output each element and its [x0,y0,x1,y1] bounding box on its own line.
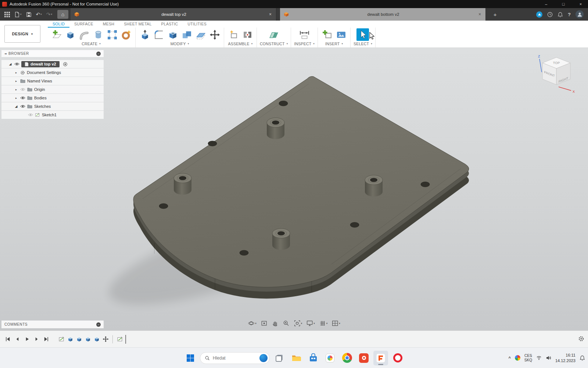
combine-button[interactable] [180,28,193,41]
browser-item-bodies[interactable]: ▸ Bodies [1,94,104,102]
comments-toggle-icon[interactable]: − [96,322,101,327]
save-button[interactable] [25,10,33,19]
timeline-extrude-feature[interactable] [67,336,74,343]
fillet-button[interactable] [153,28,165,41]
pan-button[interactable] [271,319,279,328]
tab-sheet-metal[interactable]: SHEET METAL [119,22,156,28]
visibility-eye-icon[interactable] [14,62,19,66]
revolve-button[interactable] [92,28,104,41]
start-button[interactable] [183,351,198,365]
expand-icon[interactable]: ▸ [14,79,18,83]
modify-group-menu[interactable]: MODIFY▾ [171,41,189,46]
doc-tab-dewalt-top[interactable]: dewalt top v2 × [71,8,276,21]
timeline-play-button[interactable] [23,335,31,343]
workspace-switcher[interactable]: DESIGN ▾ [4,25,40,43]
select-button[interactable] [356,28,369,41]
visibility-eye-off-icon[interactable] [28,113,33,117]
grid-snap-button[interactable]: ▾ [318,319,329,328]
close-tab-icon[interactable]: × [268,12,272,17]
timeline-step-forward-button[interactable] [32,335,40,343]
extrude-button[interactable] [64,28,76,41]
visibility-eye-off-icon[interactable] [20,87,25,92]
timeline-step-back-button[interactable] [13,335,21,343]
undo-button[interactable]: ↶ ▾ [35,10,43,19]
tray-chevron-icon[interactable]: ^ [508,356,510,360]
tab-mesh[interactable]: MESH [98,22,119,28]
timeline-sketch-feature[interactable] [58,336,65,343]
offset-face-button[interactable] [194,28,207,41]
recent-clock-icon[interactable] [547,12,553,17]
sweep-button[interactable] [78,28,90,41]
create-sketch-button[interactable] [50,28,62,41]
inspect-group-menu[interactable]: INSPECT▾ [294,41,315,46]
notifications-bell-icon[interactable] [557,12,563,17]
browser-item-root[interactable]: ◢ dewalt top v2 [1,60,104,68]
close-tab-icon[interactable]: × [478,12,482,17]
expand-icon[interactable]: ▸ [14,96,18,100]
expand-icon[interactable]: ▸ [14,88,18,91]
browser-header[interactable]: ◂◂ BROWSER − [1,50,104,57]
orbit-button[interactable]: ▾ [247,319,257,328]
new-tab-button[interactable]: + [490,8,501,21]
timeline-sketch-feature[interactable] [116,336,123,343]
wifi-icon[interactable] [536,355,542,361]
collapse-panel-icon[interactable]: ◂◂ [4,52,6,55]
shell-button[interactable] [166,28,179,41]
viewport[interactable]: ◂◂ BROWSER − ◢ dewalt top v2 ▸ Document … [0,48,588,330]
visibility-eye-icon[interactable] [20,104,25,109]
joint-button[interactable] [241,28,254,41]
expand-icon[interactable]: ▸ [14,71,18,74]
data-panel-button[interactable] [3,10,11,19]
expand-icon[interactable]: ◢ [14,105,18,108]
user-avatar[interactable] [576,10,584,18]
move-copy-button[interactable] [208,28,221,41]
file-menu-button[interactable]: ▾ [13,10,23,19]
browser-item-named-views[interactable]: ▸ Named Views [1,77,104,85]
opera-button[interactable] [390,351,405,365]
press-pull-button[interactable] [139,28,151,41]
timeline-extrude-feature[interactable] [85,336,91,343]
construct-plane-button[interactable] [268,28,280,41]
taskbar-search[interactable] [200,352,270,364]
canvas-button[interactable] [335,28,347,41]
timeline-settings-button[interactable] [578,336,584,343]
construct-group-menu[interactable]: CONSTRUCT▾ [260,41,288,46]
fusion-360-button[interactable] [373,351,388,365]
assemble-group-menu[interactable]: ASSEMBLE▾ [228,41,253,46]
taskbar-app-icon[interactable] [323,351,337,365]
chrome-button[interactable] [340,351,354,365]
pattern-button[interactable] [106,28,118,41]
bing-icon[interactable] [259,354,268,362]
doc-tab-dewalt-bottom[interactable]: dewalt bottom v2 × [280,8,486,21]
redo-button[interactable]: ↷ ▾ [45,10,54,19]
task-view-button[interactable] [272,351,287,365]
tab-solid[interactable]: SOLID [48,22,69,28]
tab-plastic[interactable]: PLASTIC [157,22,183,28]
tab-utilities[interactable]: UTILITIES [183,22,211,28]
tray-app-icon[interactable] [515,355,520,361]
comments-bar[interactable]: COMMENTS − [1,321,104,328]
file-explorer-button[interactable] [289,351,304,365]
taskbar-app-icon[interactable] [356,351,371,365]
visibility-eye-icon[interactable] [20,96,25,100]
insert-group-menu[interactable]: INSERT▾ [325,41,343,46]
minimize-button[interactable]: – [539,0,553,8]
viewports-button[interactable]: ▾ [331,319,341,328]
timeline-skip-end-button[interactable] [42,335,50,343]
language-indicator[interactable]: CES SKQ [524,354,532,362]
clock[interactable]: 16:11 14.12.2023 [555,353,576,363]
timeline-extrude-feature[interactable] [76,336,82,343]
panel-toggle-icon[interactable]: − [96,52,101,56]
timeline-position-marker[interactable] [125,335,126,344]
browser-item-sketches[interactable]: ◢ Sketches [1,102,104,110]
insert-button[interactable] [321,28,333,41]
create-form-button[interactable] [120,28,132,41]
browser-item-document-settings[interactable]: ▸ Document Settings [1,68,104,77]
measure-button[interactable] [298,28,311,41]
maximize-button[interactable]: □ [556,0,571,8]
create-group-menu[interactable]: CREATE▾ [82,41,101,46]
notifications-icon[interactable] [580,355,585,361]
browser-item-sketch1[interactable]: Sketch1 [1,111,104,119]
fit-button[interactable]: ▾ [293,319,303,328]
volume-icon[interactable] [546,355,551,361]
